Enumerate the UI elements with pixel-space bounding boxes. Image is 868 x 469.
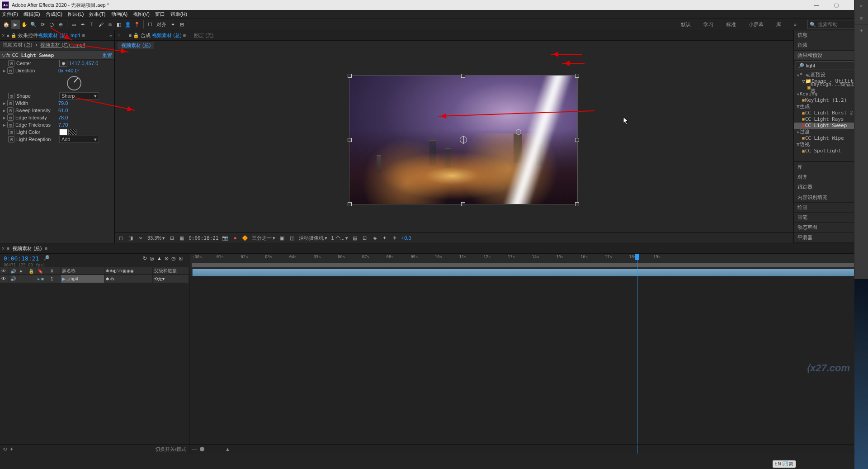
- zoom-dropdown[interactable]: 33.3% ▾: [147, 235, 165, 241]
- colormgmt-icon[interactable]: 🔶: [242, 235, 248, 241]
- col-source-name[interactable]: 源名称: [61, 267, 104, 275]
- puppet-tool-icon[interactable]: 📍: [132, 20, 142, 29]
- tab-lock-icon[interactable]: 🔒: [11, 33, 16, 38]
- res-icon[interactable]: ⊞: [169, 235, 175, 241]
- prop-lrecep-select[interactable]: Add▾: [59, 136, 99, 143]
- anchor-point-icon[interactable]: [460, 136, 467, 143]
- current-time[interactable]: 0:00:18:21: [4, 255, 39, 262]
- tab-close-icon[interactable]: ×: [2, 33, 5, 38]
- expand-icon[interactable]: ▸: [2, 115, 7, 121]
- tab-stack-icon[interactable]: ■: [6, 33, 9, 38]
- col-num[interactable]: #: [49, 267, 61, 275]
- viewer-canvas[interactable]: [115, 50, 793, 232]
- tl-btn6-icon[interactable]: ⊡: [179, 256, 183, 261]
- stopwatch-icon[interactable]: ◷: [8, 60, 14, 66]
- vi1-icon[interactable]: ▤: [352, 235, 358, 241]
- layer-parent-dropdown[interactable]: ⟲ 无 ▾: [153, 275, 189, 283]
- playhead[interactable]: [637, 254, 637, 454]
- snapopt2-icon[interactable]: ⊞: [177, 20, 186, 29]
- zoom-in-icon[interactable]: ▲: [225, 446, 230, 452]
- stopwatch-icon[interactable]: ◷: [7, 107, 14, 114]
- stopwatch-icon[interactable]: ◷: [7, 122, 14, 128]
- stopwatch-icon[interactable]: ◷: [7, 67, 14, 74]
- ime-indicator[interactable]: EN 🔃 简: [773, 460, 796, 468]
- selection-tool-icon[interactable]: ▶: [11, 20, 20, 29]
- stopwatch-icon[interactable]: ◷: [7, 100, 14, 106]
- resize-handle[interactable]: [461, 202, 465, 206]
- prop-sweep-value[interactable]: 61.0: [58, 108, 68, 113]
- tab-overflow-icon[interactable]: »: [109, 33, 112, 38]
- workspace-small[interactable]: 小屏幕: [742, 19, 770, 30]
- tl-btn4-icon[interactable]: ⊘: [165, 256, 169, 261]
- views-dropdown[interactable]: 1 个... ▾: [331, 235, 348, 242]
- effect-reset-link[interactable]: 重置: [102, 52, 112, 59]
- layer-track-1[interactable]: [189, 268, 868, 276]
- mask-icon[interactable]: ◻: [118, 235, 124, 241]
- menu-help[interactable]: 帮助(H): [170, 11, 187, 18]
- footage-preview[interactable]: [349, 75, 578, 204]
- expand-icon[interactable]: ▸: [2, 108, 7, 114]
- prop-width-value[interactable]: 79.0: [58, 100, 68, 106]
- vi4-icon[interactable]: ✦: [382, 235, 388, 241]
- menu-animation[interactable]: 动画(A): [111, 11, 128, 18]
- stopwatch-icon[interactable]: ◷: [8, 129, 14, 135]
- zoom-slider-thumb[interactable]: [200, 447, 204, 451]
- col-audio-icon[interactable]: 🔊: [9, 267, 18, 275]
- tab-color-icon[interactable]: ■: [6, 246, 9, 251]
- stopwatch-icon[interactable]: ◷: [8, 136, 14, 142]
- tl-btn3-icon[interactable]: ▲: [157, 256, 162, 261]
- resize-handle[interactable]: [575, 138, 579, 142]
- timeline-search-icon[interactable]: 🔎: [43, 255, 50, 261]
- rect-tool-icon[interactable]: ▭: [69, 20, 78, 29]
- effect-header[interactable]: ▽ fx CC Light Sweep 重置: [0, 51, 114, 60]
- menu-file[interactable]: 文件(F): [2, 11, 18, 18]
- dock-thumbnail[interactable]: [854, 279, 868, 469]
- grid-icon[interactable]: ▦: [179, 235, 185, 241]
- camera-dropdown[interactable]: 活动摄像机 ▾: [299, 235, 327, 242]
- channel-icon[interactable]: ●: [232, 235, 238, 241]
- vi3-icon[interactable]: ◈: [372, 235, 378, 241]
- layer-lock-toggle[interactable]: [27, 275, 36, 283]
- resize-handle[interactable]: [461, 74, 465, 78]
- dock-add-icon[interactable]: ＋: [854, 24, 868, 36]
- resize-handle[interactable]: [348, 202, 352, 206]
- menu-edit[interactable]: 编辑(E): [24, 11, 40, 18]
- crosshair-button[interactable]: ⊕: [59, 60, 67, 67]
- resize-handle[interactable]: [575, 202, 579, 206]
- collapse-icon[interactable]: ▽: [2, 52, 5, 58]
- snapshot-icon[interactable]: 📷: [222, 235, 228, 241]
- col-label[interactable]: 🔖: [36, 267, 49, 275]
- menu-window[interactable]: 窗口: [155, 11, 165, 18]
- toggle-switches[interactable]: 切换开关/模式: [155, 446, 186, 453]
- tab-composition[interactable]: ■ 🔒 合成 视频素材 (总) ≡: [128, 32, 186, 39]
- expand-icon[interactable]: ▸: [2, 68, 7, 74]
- orbit-tool-icon[interactable]: ⟳: [38, 20, 47, 29]
- hand-tool-icon[interactable]: ✋: [20, 20, 29, 29]
- home-icon[interactable]: 🏠: [2, 20, 11, 29]
- col-eye-icon[interactable]: 👁: [0, 267, 9, 275]
- menu-effect[interactable]: 效果(T): [89, 11, 105, 18]
- vi2-icon[interactable]: ⊡: [362, 235, 368, 241]
- zoom-tool-icon[interactable]: 🔍: [29, 20, 38, 29]
- layer-name[interactable]: ▶ ...mp4: [61, 275, 104, 283]
- layer-eye-toggle[interactable]: 👁: [0, 275, 9, 283]
- tl-btn2-icon[interactable]: ◎: [150, 256, 154, 261]
- eraser-tool-icon[interactable]: ◧: [114, 20, 123, 29]
- dock-close-icon[interactable]: ×: [854, 0, 868, 12]
- timeline-tab-comp[interactable]: 视频素材 (总): [12, 245, 42, 252]
- layer-row-1[interactable]: 👁 🔊 ▸ ■ 1 ▶ ...mp4 ✱ ∕fx ⟲ 无 ▾: [0, 275, 189, 283]
- menu-composition[interactable]: 合成(C): [46, 11, 62, 18]
- resolution-dropdown[interactable]: 三分之一 ▾: [252, 235, 275, 242]
- tab-label-prefix[interactable]: 效果控件: [18, 32, 38, 39]
- tab-close-icon[interactable]: ×: [2, 246, 5, 251]
- fx-badge-icon[interactable]: fx: [6, 52, 10, 58]
- layer-switches[interactable]: ✱ ∕fx: [104, 275, 153, 283]
- anchor-tool-icon[interactable]: ⊕: [56, 20, 65, 29]
- direction-dial[interactable]: [67, 76, 81, 90]
- breadcrumb-comp[interactable]: 视频素材 (总): [3, 42, 32, 47]
- text-tool-icon[interactable]: T: [87, 20, 96, 29]
- time-ruler[interactable]: :00s01s02s03s04s05s06s07s08s09s10s11s12s…: [189, 254, 868, 262]
- snapopt1-icon[interactable]: ✦: [168, 20, 177, 29]
- tl-btn5-icon[interactable]: ◷: [171, 256, 176, 261]
- menu-view[interactable]: 视图(V): [133, 11, 150, 18]
